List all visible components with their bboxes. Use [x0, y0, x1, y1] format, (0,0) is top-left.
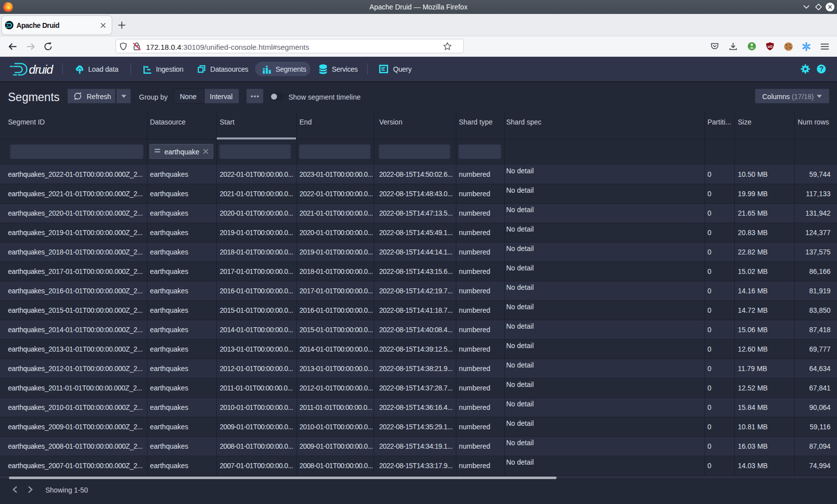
svg-text:uO: uO — [768, 45, 773, 48]
svg-text:?: ? — [820, 65, 824, 73]
